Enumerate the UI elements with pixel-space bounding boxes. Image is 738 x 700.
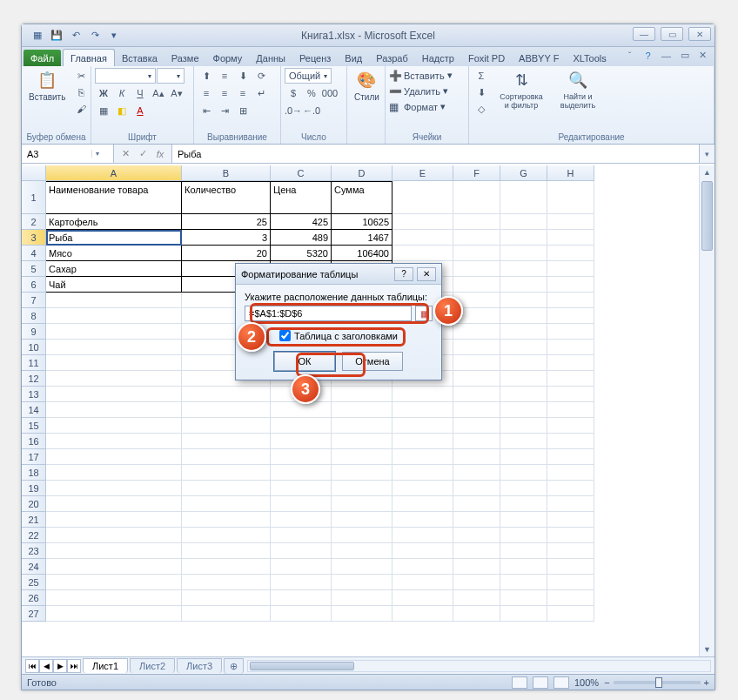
cell-F25[interactable] <box>453 575 500 590</box>
cell-F3[interactable] <box>453 230 500 246</box>
align-center-icon[interactable]: ≡ <box>216 85 233 101</box>
cell-G24[interactable] <box>500 559 547 575</box>
find-select-button[interactable]: 🔍Найти и выделить <box>553 68 603 111</box>
row-header-26[interactable]: 26 <box>22 590 46 606</box>
cell-E16[interactable] <box>392 434 453 449</box>
cell-H26[interactable] <box>547 590 594 606</box>
cell-G2[interactable] <box>500 214 547 230</box>
cell-H27[interactable] <box>547 606 594 622</box>
cell-G10[interactable] <box>500 340 547 355</box>
column-header-D[interactable]: D <box>332 165 392 181</box>
cell-H12[interactable] <box>547 371 594 387</box>
cell-H1[interactable] <box>547 181 594 214</box>
cell-E21[interactable] <box>392 512 453 528</box>
cell-F20[interactable] <box>453 496 500 512</box>
name-box[interactable]: ▾ <box>22 145 114 163</box>
cell-H2[interactable] <box>547 214 594 230</box>
fill-icon[interactable]: ⬇ <box>473 84 490 100</box>
align-left-icon[interactable]: ≡ <box>198 85 215 101</box>
cell-F4[interactable] <box>453 246 500 261</box>
cell-F22[interactable] <box>453 528 500 543</box>
cell-A6[interactable]: Чай <box>46 277 182 293</box>
cell-F6[interactable] <box>453 277 500 293</box>
row-header-22[interactable]: 22 <box>22 528 46 543</box>
cell-H17[interactable] <box>547 449 594 465</box>
tab-dev[interactable]: Разраб <box>369 50 415 66</box>
cell-G8[interactable] <box>500 308 547 324</box>
sheet-tab-2[interactable]: Лист2 <box>130 658 175 673</box>
cell-H20[interactable] <box>547 496 594 512</box>
cell-D17[interactable] <box>332 449 392 465</box>
cell-C15[interactable] <box>271 418 332 434</box>
row-header-1[interactable]: 1 <box>22 181 46 214</box>
cell-G16[interactable] <box>500 434 547 449</box>
cell-F10[interactable] <box>453 340 500 355</box>
orientation-icon[interactable]: ⟳ <box>252 68 270 84</box>
range-input[interactable] <box>245 306 412 321</box>
sheet-tab-1[interactable]: Лист1 <box>83 658 128 673</box>
increase-decimal-icon[interactable]: .0→ <box>285 103 302 118</box>
cell-H4[interactable] <box>547 246 594 261</box>
decrease-font-icon[interactable]: A▾ <box>168 85 185 101</box>
cell-C2[interactable]: 425 <box>271 214 332 230</box>
cell-F26[interactable] <box>453 590 500 606</box>
cell-D15[interactable] <box>332 418 392 434</box>
help-icon[interactable]: ? <box>641 49 654 62</box>
cell-C23[interactable] <box>271 543 332 559</box>
column-header-B[interactable]: B <box>182 165 271 181</box>
cell-H9[interactable] <box>547 324 594 340</box>
cell-A25[interactable] <box>46 575 182 590</box>
cell-B13[interactable] <box>182 387 271 402</box>
paste-button[interactable]: 📋 Вставить <box>25 68 69 104</box>
doc-restore-icon[interactable]: ▭ <box>678 49 691 62</box>
tab-layout[interactable]: Разме <box>164 50 206 66</box>
cell-C21[interactable] <box>271 512 332 528</box>
row-header-19[interactable]: 19 <box>22 481 46 496</box>
excel-icon[interactable]: ▦ <box>29 27 46 44</box>
cell-A13[interactable] <box>46 387 182 402</box>
cell-E26[interactable] <box>392 590 453 606</box>
cells-insert-button[interactable]: ➕Вставить ▾ <box>389 68 453 83</box>
cell-C18[interactable] <box>271 465 332 481</box>
zoom-out-icon[interactable]: − <box>604 677 609 688</box>
cell-D1[interactable]: Сумма <box>332 181 392 214</box>
cell-D14[interactable] <box>332 402 392 418</box>
number-format-combo[interactable]: Общий▾ <box>285 68 332 84</box>
cell-G14[interactable] <box>500 402 547 418</box>
cell-B1[interactable]: Количество <box>182 181 271 214</box>
cell-E27[interactable] <box>392 606 453 622</box>
align-top-icon[interactable]: ⬆ <box>198 68 215 84</box>
dialog-close-icon[interactable]: ✕ <box>417 267 436 281</box>
ok-button[interactable]: ОК <box>274 352 335 371</box>
zoom-in-icon[interactable]: + <box>704 677 709 688</box>
tab-data[interactable]: Данны <box>249 50 292 66</box>
row-header-16[interactable]: 16 <box>22 434 46 449</box>
wrap-text-icon[interactable]: ↵ <box>252 85 270 101</box>
align-right-icon[interactable]: ≡ <box>234 85 252 101</box>
cell-E1[interactable] <box>392 181 453 214</box>
cell-F15[interactable] <box>453 418 500 434</box>
borders-icon[interactable]: ▦ <box>95 103 112 118</box>
cell-H16[interactable] <box>547 434 594 449</box>
cell-G26[interactable] <box>500 590 547 606</box>
cell-B22[interactable] <box>182 528 271 543</box>
styles-button[interactable]: 🎨Стили <box>351 68 383 104</box>
cell-F18[interactable] <box>453 465 500 481</box>
align-middle-icon[interactable]: ≡ <box>216 68 233 84</box>
cell-E13[interactable] <box>392 387 453 402</box>
italic-icon[interactable]: К <box>113 85 131 101</box>
cell-D19[interactable] <box>332 481 392 496</box>
fx-icon[interactable]: fx <box>152 149 168 159</box>
cell-A19[interactable] <box>46 481 182 496</box>
cell-A23[interactable] <box>46 543 182 559</box>
merge-icon[interactable]: ⊞ <box>234 103 252 118</box>
vertical-scrollbar[interactable]: ▲ ▼ <box>699 165 715 656</box>
cell-A16[interactable] <box>46 434 182 449</box>
cell-C3[interactable]: 489 <box>271 230 332 246</box>
cell-F16[interactable] <box>453 434 500 449</box>
cell-A24[interactable] <box>46 559 182 575</box>
cell-C17[interactable] <box>271 449 332 465</box>
row-header-9[interactable]: 9 <box>22 324 46 340</box>
scroll-up-icon[interactable]: ▲ <box>700 165 715 179</box>
cut-icon[interactable]: ✂ <box>72 68 90 84</box>
